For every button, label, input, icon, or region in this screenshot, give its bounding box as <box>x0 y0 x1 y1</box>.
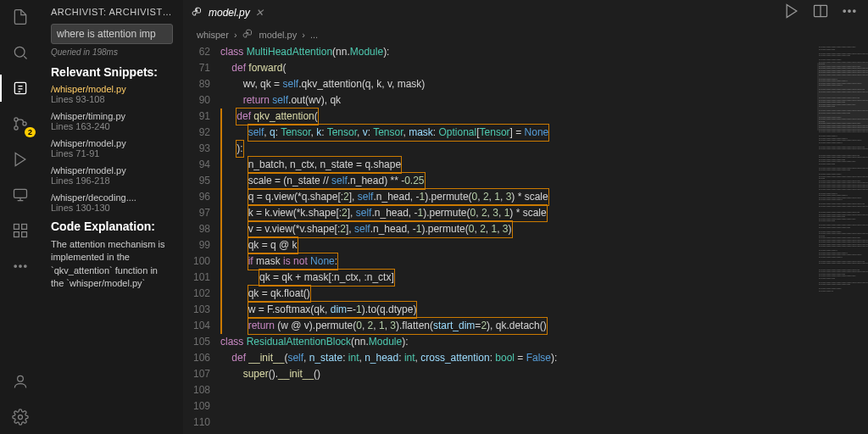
svg-rect-9 <box>22 232 27 237</box>
minimap-viewport[interactable] <box>817 63 868 131</box>
scm-badge: 2 <box>25 127 36 137</box>
relevant-snippets-header: Relevant Snippets: <box>51 65 173 79</box>
split-icon[interactable] <box>812 3 829 23</box>
archivist-icon[interactable] <box>10 78 31 98</box>
snippet-path: /whisper/model.py <box>51 84 173 94</box>
snippet-path: /whisper/decoding.... <box>51 192 173 203</box>
svg-point-4 <box>23 122 26 125</box>
tab-model-py[interactable]: model.py ✕ <box>183 0 272 25</box>
activity-bar: 2 <box>0 0 41 434</box>
snippet-item[interactable]: /whisper/timing.pyLines 163-240 <box>51 111 173 131</box>
snippet-item[interactable]: /whisper/model.pyLines 196-218 <box>51 165 173 186</box>
archivist-search-input[interactable] <box>51 24 173 44</box>
code-content[interactable]: class MultiHeadAttention(nn.Module): def… <box>220 44 817 434</box>
tab-bar: model.py ✕ <box>183 0 868 25</box>
snippet-path: /whisper/model.py <box>51 138 173 148</box>
svg-point-11 <box>19 265 22 268</box>
snippet-lines: Lines 163-240 <box>51 121 173 131</box>
svg-point-3 <box>14 126 18 130</box>
breadcrumb-symbol[interactable]: ... <box>310 30 318 40</box>
snippet-lines: Lines 130-130 <box>51 203 173 213</box>
code-editor[interactable]: 6271899091929394959697989910010110210310… <box>183 44 868 434</box>
snippet-item[interactable]: /whisper/model.pyLines 71-91 <box>51 138 173 159</box>
snippet-path: /whisper/timing.py <box>51 111 173 121</box>
snippet-path: /whisper/model.py <box>51 165 173 175</box>
settings-icon[interactable] <box>10 407 31 427</box>
run-icon[interactable] <box>783 3 800 23</box>
svg-point-12 <box>25 265 27 268</box>
more-icon[interactable] <box>841 3 858 23</box>
breadcrumb-file[interactable]: model.py <box>259 30 298 40</box>
sidebar-title: ARCHIVIST: ARCHIVIST ... <box>51 7 173 17</box>
code-explanation-text: The attention mechanism is implemented i… <box>51 238 173 291</box>
code-explanation-header: Code Explanation: <box>51 220 173 233</box>
sidebar: ARCHIVIST: ARCHIVIST ... Queried in 198m… <box>41 0 183 434</box>
snippet-item[interactable]: /whisper/decoding....Lines 130-130 <box>51 192 173 213</box>
svg-point-18 <box>854 10 856 13</box>
snippet-lines: Lines 71-91 <box>51 148 173 159</box>
svg-point-14 <box>19 415 23 420</box>
svg-point-17 <box>849 10 851 13</box>
snippet-item[interactable]: /whisper/model.pyLines 93-108 <box>51 84 173 104</box>
search-icon[interactable] <box>10 42 31 63</box>
svg-rect-7 <box>22 225 27 230</box>
more-icon[interactable] <box>10 256 31 276</box>
python-file-icon <box>192 7 203 19</box>
breadcrumb-folder[interactable]: whisper <box>197 30 229 40</box>
run-debug-icon[interactable] <box>10 149 31 170</box>
remote-icon[interactable] <box>10 185 31 205</box>
minimap[interactable]: ▪▪▪▪▪▪▪▪▪▪▪▪▪▪▪▪▪▪▪▪▪▪▪▪▪▪▪▪▪▪▪▪▪▪▪▪ ▪▪▪… <box>817 44 868 434</box>
python-file-icon <box>242 29 254 41</box>
explorer-icon[interactable] <box>10 7 31 27</box>
snippet-lines: Lines 93-108 <box>51 94 173 104</box>
svg-point-2 <box>14 118 18 121</box>
close-icon[interactable]: ✕ <box>255 8 264 17</box>
tab-label: model.py <box>209 7 250 19</box>
source-control-icon[interactable]: 2 <box>10 114 31 134</box>
extensions-icon[interactable] <box>10 220 31 241</box>
svg-point-10 <box>14 265 17 268</box>
chevron-right-icon: › <box>302 30 305 40</box>
svg-rect-6 <box>14 225 19 230</box>
svg-rect-8 <box>14 232 19 237</box>
query-time: Queried in 198ms <box>51 47 173 57</box>
svg-point-13 <box>18 376 24 381</box>
line-numbers: 6271899091929394959697989910010110210310… <box>183 44 220 434</box>
breadcrumb[interactable]: whisper › model.py › ... <box>183 25 868 44</box>
svg-point-16 <box>843 10 846 13</box>
editor-group: model.py ✕ whisper › model.py › ... 6271… <box>183 0 868 434</box>
account-icon[interactable] <box>10 371 31 392</box>
chevron-right-icon: › <box>234 30 237 40</box>
svg-rect-5 <box>14 189 27 198</box>
snippet-lines: Lines 196-218 <box>51 175 173 186</box>
svg-point-0 <box>14 47 25 57</box>
